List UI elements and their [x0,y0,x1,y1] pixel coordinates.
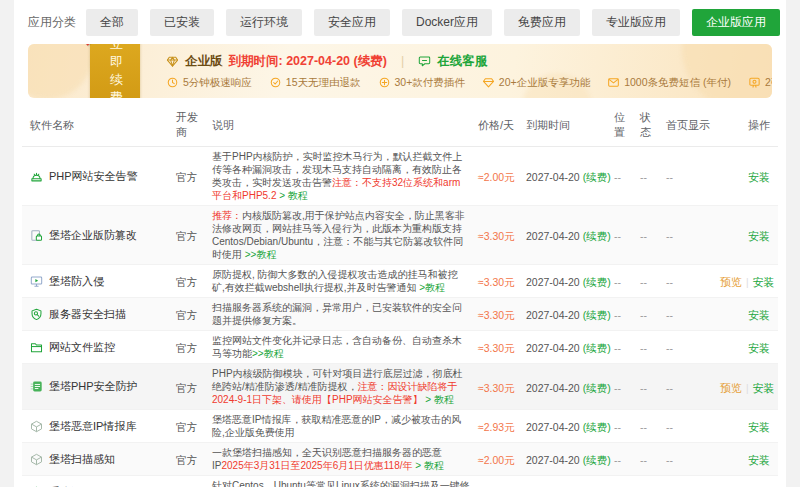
price-label: ≈2.00元 [478,454,515,466]
price-cell: ≈3.30元 [474,305,522,323]
preview-link[interactable]: 预览 [720,382,742,394]
app-name: 堡塔防入侵 [49,274,104,289]
app-store-panel: 应用分类 全部已安装运行环境安全应用Docker应用免费应用专业版应用企业版应用… [14,0,786,487]
benefit-item: 2张SSL商用证书 (年付) [748,76,772,90]
category-tab[interactable]: 专业版应用 [592,9,680,36]
location-cell: -- [610,272,636,290]
price-cell: ≈2.00元 [474,450,522,468]
install-link[interactable]: 安装 [748,342,770,354]
status-cell: -- [636,450,662,468]
location-cell: -- [610,338,636,356]
home-display-cell: -- [662,272,716,290]
app-name-cell: 网站文件监控 [22,340,172,355]
app-row: 堡塔恶意IP情报库官方堡塔恶意IP情报库，获取精准恶意的IP，减少被攻击的风险,… [22,410,778,443]
table-header: 软件名称 开发商 说明 价格/天 到期时间 位置 状态 首页显示 操作 [22,104,778,147]
tutorial-link[interactable]: >教程 [419,282,445,293]
cube-icon [30,420,43,433]
renew-link[interactable]: (续费) [583,454,611,466]
vendor-label: 官方 [176,230,197,242]
renew-link[interactable]: (续费) [583,421,611,433]
expire-time[interactable]: 到期时间: 2027-04-20 (续费) [229,53,387,70]
tutorial-link[interactable]: >>教程 [252,348,284,359]
expire-cell: 2027-04-20 (续费) [522,378,610,396]
category-tab[interactable]: 免费应用 [504,9,580,36]
expire-cell: 2027-04-20 (续费) [522,338,610,356]
category-tab[interactable]: 运行环境 [226,9,302,36]
tutorial-link[interactable]: > 教程 [412,460,443,471]
banner-decoration [28,44,93,98]
placeholder-dash: -- [614,454,621,466]
tutorial-link[interactable]: > 教程 [276,190,307,201]
placeholder-dash: -- [666,309,673,321]
app-description: 扫描服务器系统的漏洞，异常用户，已安装软件的安全问题并提供修复方案。 [208,301,474,327]
placeholder-dash: -- [640,230,647,242]
app-name: 堡塔恶意IP情报库 [49,419,136,434]
expire-cell: 2027-04-20 (续费) [522,167,610,185]
category-tab[interactable]: 全部 [86,9,138,36]
online-support-link[interactable]: 在线客服 [437,53,487,70]
renew-link[interactable]: (续费) [583,276,611,288]
tutorial-link[interactable]: > 教程 [423,394,454,405]
vendor-cell: 官方 [172,450,208,468]
placeholder-dash: -- [666,171,673,183]
header-home: 首页显示 [662,118,716,133]
renew-link[interactable]: (续费) [583,309,611,321]
renew-now-button[interactable]: 立即续费 [90,44,140,98]
table-body: PHP网站安全告警官方基于PHP内核防护，实时监控木马行为，默认拦截文件上传等各… [22,147,778,487]
price-cell: ≈2.00元 [474,167,522,185]
placeholder-dash: -- [640,276,647,288]
placeholder-dash: -- [614,171,621,183]
vendor-cell: 官方 [172,167,208,185]
app-description: 基于PHP内核防护，实时监控木马行为，默认拦截文件上传等各种漏洞攻击，发现木马支… [208,150,474,202]
vendor-label: 官方 [176,454,197,466]
renew-link[interactable]: (续费) [583,171,611,183]
preview-link[interactable]: 预览 [720,276,742,288]
install-link[interactable]: 安装 [753,276,775,288]
install-link[interactable]: 安装 [748,309,770,321]
placeholder-dash: -- [614,342,621,354]
renew-link[interactable]: (续费) [583,342,611,354]
monitor-icon [30,275,43,288]
tutorial-link[interactable]: >>教程 [245,249,277,260]
renew-link[interactable]: (续费) [583,382,611,394]
vendor-label: 官方 [176,382,197,394]
description-text: 扫描服务器系统的漏洞，异常用户，已安装软件的安全问题并提供修复方案。 [212,302,462,326]
actions-cell: 安装 [716,450,778,468]
location-cell: -- [610,450,636,468]
plan-name: 企业版 [185,53,223,70]
placeholder-dash: -- [640,342,647,354]
status-cell: -- [636,272,662,290]
price-cell: ≈3.30元 [474,272,522,290]
category-tab[interactable]: 已安装 [150,9,214,36]
placeholder-dash: -- [640,171,647,183]
install-link[interactable]: 安装 [748,171,770,183]
header-name: 软件名称 [22,118,172,133]
app-row: 堡塔扫描感知官方一款堡塔扫描感知，全天识别恶意扫描服务器的恶意IP2025年3月… [22,443,778,476]
install-link[interactable]: 安装 [748,230,770,242]
price-label: ≈3.30元 [478,309,515,321]
benefit-item: 30+款付费插件 [378,76,465,90]
category-tab[interactable]: Docker应用 [402,9,492,36]
benefit-item: 20+企业版专享功能 [482,76,590,90]
benefit-row: 5分钟极速响应15天无理由退款30+款付费插件20+企业版专享功能1000条免费… [166,76,772,90]
actions-cell: 预览|安装 [716,272,778,290]
price-cell: ≈3.30元 [474,338,522,356]
category-tab[interactable]: 安全应用 [314,9,390,36]
install-link[interactable]: 安装 [748,421,770,433]
install-link[interactable]: 安装 [748,454,770,466]
placeholder-dash: -- [666,454,673,466]
category-tab[interactable]: 企业版应用 [692,9,780,36]
renew-link[interactable]: (续费) [583,230,611,242]
app-description: 推荐：内核版防篡改,用于保护站点内容安全，防止黑客非法修改网页，网站挂马等入侵行… [208,209,474,261]
header-price: 价格/天 [474,118,522,133]
refund-icon [269,76,282,89]
header-desc: 说明 [208,118,474,133]
app-row: PHP网站安全告警官方基于PHP内核防护，实时监控木马行为，默认拦截文件上传等各… [22,147,778,206]
home-display-cell: -- [662,378,716,396]
expire-cell: 2027-04-20 (续费) [522,305,610,323]
location-cell: -- [610,417,636,435]
location-cell: -- [610,226,636,244]
actions-cell: 安装 [716,338,778,356]
install-link[interactable]: 安装 [753,382,775,394]
expire-date: 2027-04-20 [526,382,583,394]
